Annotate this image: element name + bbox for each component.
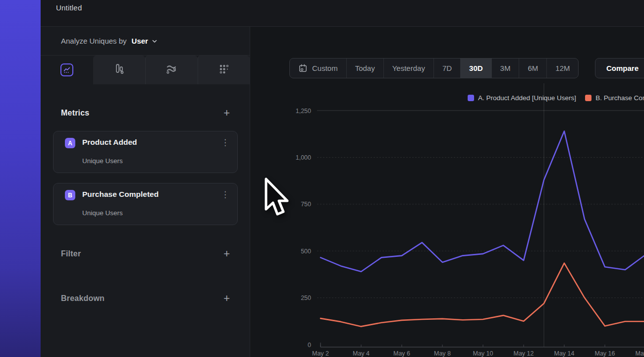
- x-axis-tick-label: May 18: [636, 350, 644, 357]
- cursor-pointer: [263, 178, 291, 218]
- x-axis-tick-label: May 2: [312, 350, 329, 357]
- add-breakdown-button[interactable]: +: [223, 294, 230, 303]
- y-axis-tick-label: 1,000: [296, 154, 311, 161]
- metric-name: Purchase Completed: [82, 190, 159, 199]
- x-axis-tick-label: May 14: [554, 350, 575, 357]
- metrics-title: Metrics: [61, 109, 89, 118]
- filter-title: Filter: [61, 249, 81, 258]
- series-line-a: [321, 131, 644, 272]
- background-gradient-strip: [0, 0, 41, 357]
- x-axis-tick-label: May 4: [353, 350, 370, 357]
- x-axis-tick-label: May 12: [514, 350, 534, 357]
- chart-type-tabs: [41, 56, 250, 84]
- y-axis-tick-label: 250: [301, 295, 311, 301]
- metric-badge-a: A: [65, 138, 75, 148]
- tab-line-chart[interactable]: [41, 56, 93, 84]
- add-metric-button[interactable]: +: [223, 108, 230, 118]
- breakdown-title: Breakdown: [61, 294, 105, 303]
- metric-badge-b: B: [65, 190, 75, 200]
- x-axis-tick-label: May 16: [595, 350, 615, 357]
- analyze-uniques-row: Analyze Uniques by User: [41, 27, 250, 56]
- metric-subtitle[interactable]: Unique Users: [82, 209, 123, 217]
- report-title[interactable]: Untitled: [56, 3, 82, 12]
- query-sidebar: Analyze Uniques by User: [41, 27, 250, 357]
- tab-retention[interactable]: [198, 56, 250, 84]
- metric-card-b[interactable]: B Purchase Completed ⋮ Unique Users: [53, 183, 238, 225]
- x-axis-tick-label: May 6: [393, 350, 410, 357]
- filter-header: Filter +: [41, 247, 250, 261]
- metric-options-icon[interactable]: ⋮: [221, 189, 229, 200]
- metric-subtitle[interactable]: Unique Users: [82, 157, 123, 165]
- analyze-uniques-label: Analyze Uniques by: [61, 37, 127, 45]
- app-window: Untitled Analyze Uniques by User: [0, 0, 644, 357]
- analyze-by-dropdown[interactable]: User: [132, 37, 148, 45]
- x-axis-tick-label: May 8: [434, 350, 451, 357]
- top-bar: Untitled: [41, 0, 644, 27]
- metrics-header: Metrics +: [41, 106, 250, 120]
- x-axis-tick-label: May 10: [473, 350, 493, 357]
- line-chart: 02505007501,0001,250May 2May 4May 6May 8…: [250, 27, 644, 357]
- bar-chart-icon: [112, 62, 125, 77]
- add-filter-button[interactable]: +: [223, 249, 230, 259]
- breakdown-header: Breakdown +: [41, 292, 250, 305]
- y-axis-tick-label: 0: [308, 342, 311, 349]
- metric-card-a[interactable]: A Product Added ⋮ Unique Users: [53, 131, 238, 173]
- y-axis-tick-label: 750: [301, 201, 311, 208]
- line-chart-icon: [60, 63, 73, 76]
- tab-flows[interactable]: [145, 56, 198, 84]
- tab-bar-chart[interactable]: [93, 56, 146, 84]
- chevron-down-icon[interactable]: [152, 38, 158, 44]
- series-line-b: [321, 263, 644, 327]
- y-axis-tick-label: 500: [301, 248, 311, 255]
- metric-name: Product Added: [82, 138, 137, 147]
- flows-icon: [165, 62, 178, 77]
- metric-options-icon[interactable]: ⋮: [221, 137, 229, 148]
- retention-grid-icon: [217, 62, 230, 77]
- y-axis-tick-label: 1,250: [296, 108, 311, 115]
- chart-panel: CustomTodayYesterday7D30D3M6M12M Compare…: [250, 27, 644, 357]
